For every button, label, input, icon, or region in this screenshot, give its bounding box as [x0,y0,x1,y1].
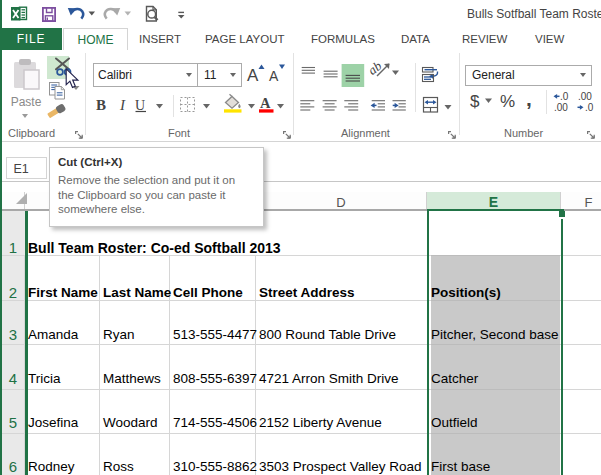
svg-text:.0: .0 [585,102,594,113]
svg-text:A: A [247,66,259,85]
svg-text:.00: .00 [578,91,592,102]
svg-text:$: $ [470,92,480,111]
svg-text:I: I [119,97,126,113]
svg-text:U: U [135,98,145,113]
svg-text:.00: .00 [554,102,568,113]
svg-text:B: B [96,97,106,113]
svg-text:.0: .0 [560,91,569,102]
svg-text:,: , [526,87,532,110]
svg-text:%: % [500,92,515,111]
svg-text:A: A [269,68,279,84]
svg-text:ab: ab [365,58,385,78]
svg-text:A: A [260,95,271,111]
